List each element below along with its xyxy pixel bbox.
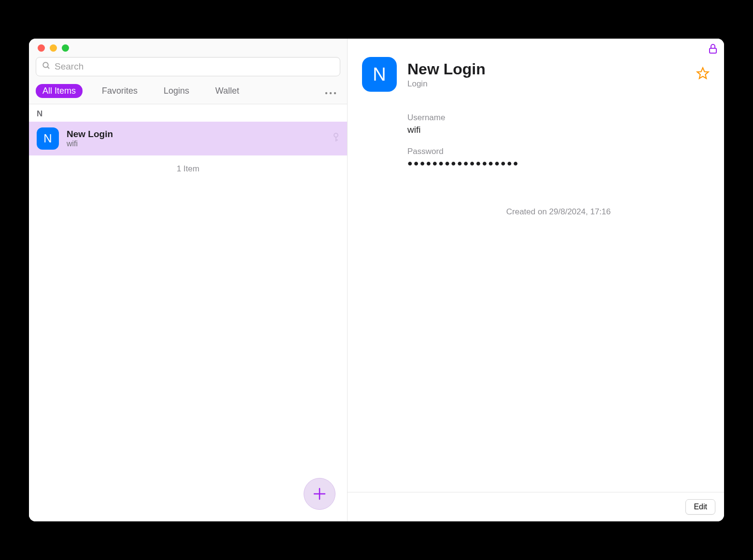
window-minimize-button[interactable] [50, 44, 57, 52]
left-pane: All Items Favorites Logins Wallet N N Ne… [29, 39, 348, 521]
svg-line-1 [47, 67, 49, 69]
app-window: All Items Favorites Logins Wallet N N Ne… [29, 39, 724, 521]
svg-point-4 [334, 92, 336, 94]
tab-all-items[interactable]: All Items [36, 84, 83, 98]
window-close-button[interactable] [38, 44, 45, 52]
password-label: Password [407, 147, 710, 156]
svg-point-0 [43, 62, 48, 68]
key-icon [333, 133, 339, 144]
add-item-button[interactable] [304, 478, 335, 510]
favorite-star-button[interactable] [696, 67, 710, 82]
username-label: Username [407, 113, 710, 123]
list-item[interactable]: N New Login wifi [29, 122, 347, 155]
detail-footer: Edit [348, 492, 724, 521]
svg-point-5 [334, 133, 338, 137]
search-input[interactable] [55, 61, 334, 72]
window-titlebar [29, 39, 347, 57]
search-box[interactable] [36, 57, 340, 76]
tab-logins[interactable]: Logins [157, 84, 196, 98]
list-item-subtitle: wifi [67, 140, 325, 148]
username-field[interactable]: Username wifi [407, 113, 710, 135]
list-item-icon: N [37, 127, 59, 150]
detail-title: New Login [407, 60, 486, 78]
svg-point-2 [325, 92, 327, 94]
detail-pane: N New Login Login Username wifi Password… [348, 39, 724, 521]
items-list: N N New Login wifi 1 Item [29, 104, 347, 521]
svg-marker-11 [697, 68, 708, 78]
username-value: wifi [407, 125, 710, 135]
lock-icon[interactable] [709, 43, 717, 56]
window-maximize-button[interactable] [62, 44, 69, 52]
detail-header: N New Login Login [348, 39, 724, 103]
filter-tabs: All Items Favorites Logins Wallet [29, 81, 347, 104]
svg-point-3 [330, 92, 332, 94]
password-value: ●●●●●●●●●●●●●●●●●● [407, 158, 710, 168]
detail-type: Login [407, 79, 486, 89]
password-field[interactable]: Password ●●●●●●●●●●●●●●●●●● [407, 147, 710, 168]
detail-title-group: New Login Login [407, 60, 486, 89]
tab-wallet[interactable]: Wallet [209, 84, 246, 98]
item-count: 1 Item [29, 155, 347, 182]
detail-icon: N [362, 57, 397, 92]
svg-rect-10 [710, 48, 716, 53]
more-tabs-button[interactable] [325, 85, 340, 98]
tab-favorites[interactable]: Favorites [95, 84, 144, 98]
search-icon [42, 61, 51, 72]
search-container [29, 57, 347, 81]
list-section-header: N [29, 104, 347, 122]
list-item-text: New Login wifi [67, 129, 325, 148]
edit-button[interactable]: Edit [685, 499, 715, 515]
created-timestamp: Created on 29/8/2024, 17:16 [407, 207, 710, 217]
list-item-title: New Login [67, 129, 325, 140]
svg-rect-7 [335, 140, 338, 140]
detail-fields: Username wifi Password ●●●●●●●●●●●●●●●●●… [348, 103, 724, 217]
svg-rect-6 [335, 137, 336, 141]
